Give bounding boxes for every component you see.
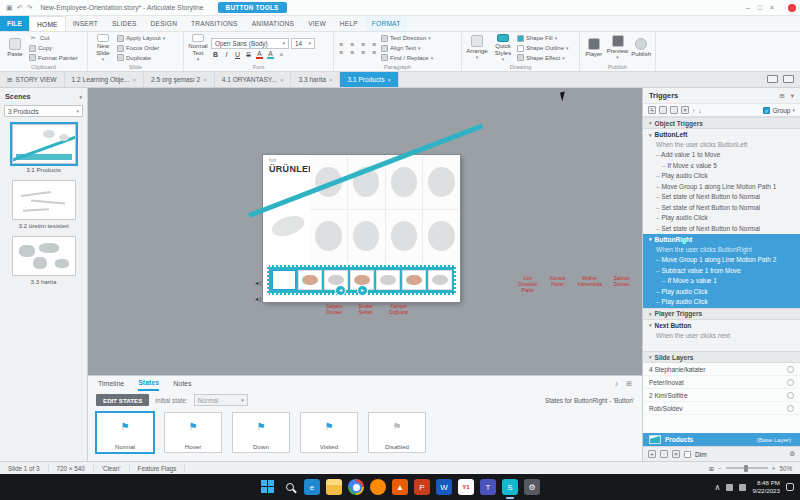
move-trigger-down-icon[interactable]: ↓ <box>698 107 701 114</box>
highlight-color-button[interactable]: A <box>266 50 275 59</box>
doc-tab-1[interactable]: 1.2 Learning Obje...× <box>65 72 144 87</box>
paste-button[interactable]: Paste <box>3 34 27 62</box>
object-triggers-header[interactable]: ▾ Object Triggers <box>643 117 800 129</box>
text-style-button[interactable]: Normal Text ▾ <box>187 34 209 62</box>
clear-formatting-icon[interactable]: × <box>277 51 286 58</box>
dim-checkbox[interactable] <box>684 451 691 458</box>
tab-notes[interactable]: Notes <box>173 380 191 387</box>
tab-timeline[interactable]: Timeline <box>98 380 124 387</box>
filmstrip-thumb[interactable] <box>428 270 452 290</box>
scene-select[interactable]: 3 Products▾ <box>4 105 83 117</box>
trigger-event[interactable]: When the user clicks next <box>643 331 800 341</box>
eye-icon[interactable] <box>787 405 794 412</box>
taskbar-app-chrome-icon[interactable] <box>348 479 364 495</box>
trigger-row[interactable]: Play audio Click <box>643 213 800 223</box>
close-tab-icon[interactable]: × <box>329 77 333 83</box>
collapse-panel-icon[interactable]: ▾ <box>79 94 82 100</box>
taskbar-app-storyline-icon[interactable]: S <box>502 479 518 495</box>
taskbar-app-powerpoint-icon[interactable]: P <box>414 479 430 495</box>
button-right[interactable]: ▸ <box>357 285 368 296</box>
taskbar-app-word-icon[interactable]: W <box>436 479 452 495</box>
zoom-slider-thumb[interactable] <box>744 465 748 472</box>
slide-stage[interactable]: hidr ÜRÜNLERİMİZ <box>263 155 460 302</box>
zoom-level[interactable]: 50% <box>779 465 792 472</box>
audio-object-icon[interactable]: ◄) <box>254 296 261 302</box>
tab-states[interactable]: States <box>138 376 159 391</box>
align-text-button[interactable]: Align Text▾ <box>381 44 433 53</box>
story-view-tab[interactable]: ⊞ STORY VIEW <box>0 72 65 87</box>
zoom-in-icon[interactable]: + <box>772 465 776 472</box>
find-replace-button[interactable]: Find / Replace▾ <box>381 53 433 62</box>
panel-menu-icon[interactable]: ▾ <box>791 92 794 100</box>
clock[interactable]: 8:48 PM 9/22/2023 <box>752 479 780 495</box>
trigger-group-buttonleft[interactable]: ▾ ButtonLeft <box>643 129 800 140</box>
wifi-icon[interactable] <box>726 484 733 491</box>
shape-outline-button[interactable]: Shape Outline▾ <box>517 44 569 53</box>
shape-fill-button[interactable]: Shape Fill▾ <box>517 34 569 43</box>
apply-layout-button[interactable]: Apply Layout▾ <box>117 34 165 43</box>
fit-to-window-icon[interactable]: ⊞ <box>709 465 714 472</box>
audio-icon[interactable]: ♪ <box>615 380 619 388</box>
italic-button[interactable]: I <box>222 51 231 58</box>
publish-button[interactable]: Publish <box>630 34 652 62</box>
trigger-group-buttonright-selected[interactable]: ▾ ButtonRight When the user clicks Butto… <box>643 234 800 308</box>
layer-properties-gear-icon[interactable]: ⚙ <box>789 450 795 458</box>
tab-file[interactable]: FILE <box>0 16 29 31</box>
view-toggle-icon[interactable] <box>767 75 778 83</box>
duplicate-button[interactable]: Duplicate <box>117 53 165 62</box>
button-left[interactable]: ◂ <box>335 285 346 296</box>
offstage-caption[interactable]: Göz Örnekleri Plater <box>518 276 537 293</box>
filmstrip-thumb[interactable] <box>272 270 296 290</box>
filmstrip-caption[interactable]: Şalgam Doviset <box>326 304 342 316</box>
trigger-event[interactable]: When the user clicks ButtonRight <box>643 245 800 255</box>
trigger-row[interactable]: Move Group 1 along Line Motion Path 2 <box>643 255 800 265</box>
tab-format[interactable]: FORMAT <box>365 16 408 31</box>
feedback-icon[interactable] <box>783 75 794 83</box>
indent-decrease-icon[interactable]: ≡ <box>359 41 368 48</box>
save-icon[interactable]: ▣ <box>6 4 13 12</box>
close-tab-icon[interactable]: × <box>203 77 207 83</box>
base-layer-row[interactable]: Products (Base Layer) <box>643 433 800 446</box>
tab-design[interactable]: DESIGN <box>144 16 184 31</box>
tab-animations[interactable]: ANIMATIONS <box>245 16 302 31</box>
slide-canvas[interactable]: hidr ÜRÜNLERİMİZ <box>88 88 642 375</box>
tab-insert[interactable]: INSERT <box>66 16 105 31</box>
doc-tab-3[interactable]: 4.1 ORYANTASY...× <box>215 72 292 87</box>
tab-home[interactable]: HOME <box>29 16 66 31</box>
filmstrip-caption[interactable]: Şinaler Şehan <box>358 304 373 316</box>
taskbar-app-firefox-icon[interactable] <box>370 479 386 495</box>
format-painter-button[interactable]: Format Painter <box>29 53 78 62</box>
filmstrip-thumb[interactable] <box>376 270 400 290</box>
edit-states-button[interactable]: EDIT STATES <box>96 394 149 406</box>
copy-button[interactable]: Copy <box>29 44 78 53</box>
bullets-icon[interactable]: ≡ <box>337 41 346 48</box>
eye-icon[interactable] <box>787 366 794 373</box>
trigger-row[interactable]: Play audio Click <box>643 171 800 181</box>
cut-button[interactable]: ✂Cut <box>29 34 78 43</box>
trigger-row[interactable]: Play audio Click <box>643 287 800 297</box>
taskbar-app-y1-icon[interactable]: Y1 <box>458 479 474 495</box>
new-trigger-icon[interactable]: ϟ <box>648 106 656 114</box>
preview-button[interactable]: Preview ▾ <box>607 34 629 62</box>
taskbar-app-teams-icon[interactable]: T <box>480 479 496 495</box>
trigger-row[interactable]: Add value 1 to Move <box>643 150 800 160</box>
font-color-button[interactable]: A <box>255 50 264 59</box>
delete-trigger-icon[interactable]: × <box>681 106 689 114</box>
notification-icon[interactable] <box>786 483 794 491</box>
tab-transitions[interactable]: TRANSITIONS <box>184 16 245 31</box>
product-collage[interactable] <box>310 155 460 263</box>
focus-order-button[interactable]: Focus Order <box>117 44 165 53</box>
taskbar-app-vlc-icon[interactable]: ▲ <box>392 479 408 495</box>
tab-help[interactable]: HELP <box>333 16 365 31</box>
state-card-down[interactable]: ⚑Down <box>232 412 290 453</box>
player-button[interactable]: Player <box>583 34 605 62</box>
trigger-group-next-button[interactable]: ▾ Next Button <box>643 320 800 331</box>
scene-thumb-uretim[interactable]: 3.2 üretim tesisleri <box>0 180 87 229</box>
shape-effect-button[interactable]: Shape Effect▾ <box>517 53 569 62</box>
doc-tab-4[interactable]: 3.3 harita× <box>291 72 340 87</box>
taskbar-app-settings-icon[interactable]: ⚙ <box>524 479 540 495</box>
layer-row[interactable]: 4 Stephanie/katater <box>643 363 800 376</box>
align-center-icon[interactable]: ≡ <box>348 49 357 56</box>
quick-styles-button[interactable]: Quick Styles ▾ <box>491 34 515 62</box>
copy-trigger-icon[interactable] <box>670 106 678 114</box>
